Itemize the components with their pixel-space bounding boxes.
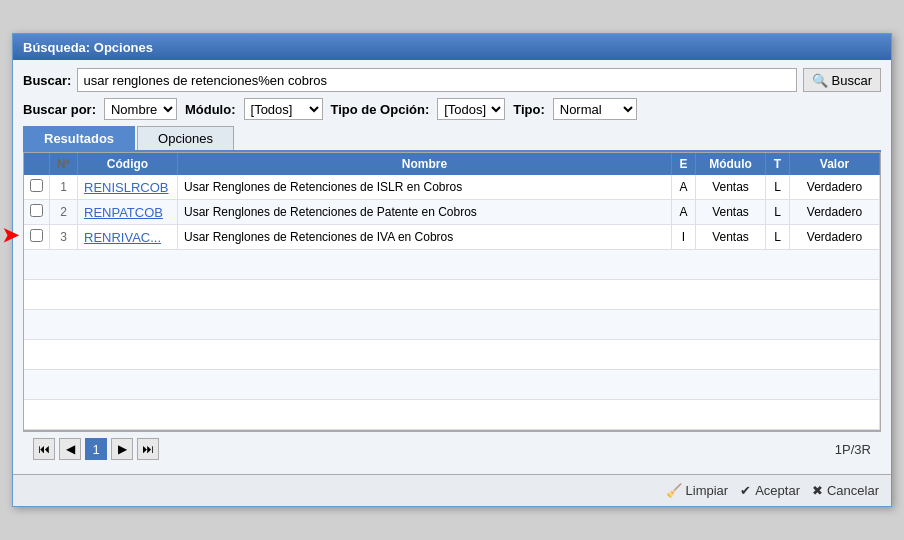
modulo-label: Módulo: [185,102,236,117]
broom-icon: 🧹 [666,483,682,498]
last-page-button[interactable]: ⏭ [137,438,159,460]
row-modulo: Ventas [696,200,766,225]
row-e: I [672,225,696,250]
pagination-info: 1P/3R [835,442,871,457]
row-name: Usar Renglones de Retenciones de Patente… [178,200,672,225]
tab-resultados[interactable]: Resultados [23,126,135,150]
next-page-button[interactable]: ▶ [111,438,133,460]
row-code[interactable]: RENRIVAC... [78,225,178,250]
row-code[interactable]: RENPATCOB [78,200,178,225]
close-icon: ✖ [812,483,823,498]
first-page-button[interactable]: ⏮ [33,438,55,460]
dialog-title: Búsqueda: Opciones [13,34,891,60]
row-e: A [672,175,696,200]
current-page: 1 [85,438,107,460]
row-valor: Verdadero [790,225,880,250]
row-num: 2 [50,200,78,225]
col-checkbox [24,153,50,175]
cancelar-button[interactable]: ✖ Cancelar [812,483,879,498]
row-checkbox[interactable] [24,200,50,225]
limpiar-button[interactable]: 🧹 Limpiar [666,483,729,498]
row-valor: Verdadero [790,175,880,200]
search-icon: 🔍 [812,73,828,88]
check-icon: ✔ [740,483,751,498]
table-row: ➤ 3 RENRIVAC... Usar Renglones de Retenc… [24,225,880,250]
row-t: L [766,225,790,250]
results-table-container: Nº Código Nombre E Módulo T Valor 1 RENI… [23,152,881,431]
tabs-bar: Resultados Opciones [23,126,881,152]
empty-row [24,280,880,310]
pagination-bar: ⏮ ◀ 1 ▶ ⏭ 1P/3R [23,431,881,466]
modulo-select[interactable]: [Todos] Ventas Compras [244,98,323,120]
buscar-por-select[interactable]: Nombre Código [104,98,177,120]
row-checkbox[interactable] [24,175,50,200]
footer-bar: 🧹 Limpiar ✔ Aceptar ✖ Cancelar [13,474,891,506]
empty-row [24,310,880,340]
search-input[interactable] [77,68,796,92]
row-modulo: Ventas [696,225,766,250]
tab-opciones[interactable]: Opciones [137,126,234,150]
col-num: Nº [50,153,78,175]
row-t: L [766,175,790,200]
row-modulo: Ventas [696,175,766,200]
tipo-label: Tipo: [513,102,545,117]
row-name: Usar Renglones de Retenciones de ISLR en… [178,175,672,200]
filter-row: Buscar por: Nombre Código Módulo: [Todos… [23,98,881,120]
search-button[interactable]: 🔍 Buscar [803,68,881,92]
empty-row [24,250,880,280]
buscar-por-label: Buscar por: [23,102,96,117]
row-t: L [766,200,790,225]
col-t: T [766,153,790,175]
table-row: 1 RENISLRCOB Usar Renglones de Retencion… [24,175,880,200]
tipo-select[interactable]: Normal Avanzado [553,98,637,120]
tipo-opcion-select[interactable]: [Todos] [437,98,505,120]
row-valor: Verdadero [790,200,880,225]
row-checkbox[interactable]: ➤ [24,225,50,250]
row-code[interactable]: RENISLRCOB [78,175,178,200]
dialog-content: Buscar: 🔍 Buscar Buscar por: Nombre Códi… [13,60,891,474]
tipo-opcion-label: Tipo de Opción: [331,102,430,117]
col-name: Nombre [178,153,672,175]
search-row: Buscar: 🔍 Buscar [23,68,881,92]
col-modulo: Módulo [696,153,766,175]
col-e: E [672,153,696,175]
row-e: A [672,200,696,225]
pagination-left: ⏮ ◀ 1 ▶ ⏭ [33,438,159,460]
col-valor: Valor [790,153,880,175]
row-name: Usar Renglones de Retenciones de IVA en … [178,225,672,250]
row-num: 3 [50,225,78,250]
search-label: Buscar: [23,73,71,88]
search-dialog: Búsqueda: Opciones Buscar: 🔍 Buscar Busc… [12,33,892,507]
empty-row [24,400,880,430]
prev-page-button[interactable]: ◀ [59,438,81,460]
row-num: 1 [50,175,78,200]
table-row: 2 RENPATCOB Usar Renglones de Retencione… [24,200,880,225]
aceptar-button[interactable]: ✔ Aceptar [740,483,800,498]
results-table: Nº Código Nombre E Módulo T Valor 1 RENI… [24,153,880,430]
empty-row [24,370,880,400]
col-code: Código [78,153,178,175]
empty-row [24,340,880,370]
red-arrow-icon: ➤ [2,223,19,247]
